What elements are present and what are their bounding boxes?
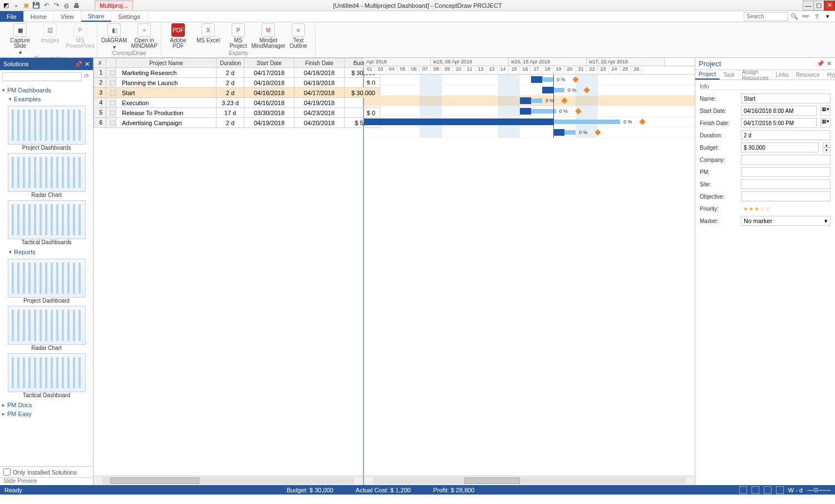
cell-finishdate[interactable]: 04/19/2018 [294, 98, 345, 108]
cell-finishdate[interactable]: 04/17/2018 [294, 88, 345, 98]
view-mode-4-icon[interactable] [776, 486, 784, 494]
cell-duration[interactable]: 17 d [217, 108, 244, 118]
table-row[interactable]: 2⬚Planning the Launch2 d04/18/201804/19/… [94, 78, 380, 88]
cell-startdate[interactable]: 03/30/2018 [244, 108, 294, 118]
project-tab[interactable]: Task [720, 70, 739, 80]
finishdate-field[interactable]: 04/17/2018 5:00 PM [741, 118, 817, 128]
tree-pm-easy[interactable]: ▸PM Easy [2, 409, 91, 418]
date-picker-button[interactable]: ▦▾ [821, 118, 831, 128]
project-tab[interactable]: Resource [793, 70, 824, 80]
table-row[interactable]: 5⬚Release To Production17 d03/30/201804/… [94, 108, 380, 118]
view-mode-2-icon[interactable] [752, 486, 759, 494]
qat-open-icon[interactable]: ▣ [22, 2, 30, 9]
cell-name[interactable]: Execution [116, 98, 217, 108]
tree-pm-dashboards[interactable]: ▾PM Dashboards [2, 86, 91, 95]
close-panel-icon[interactable]: ✕ [85, 61, 90, 68]
tab-home[interactable]: Home [24, 11, 54, 22]
pm-field[interactable] [741, 167, 831, 177]
capture-slide-button[interactable]: ▦Capture Slide▾ [7, 23, 33, 56]
adobe-pdf-button[interactable]: PDFAdobe PDF [165, 23, 191, 49]
view-mode-3-icon[interactable] [764, 486, 772, 494]
chevron-down-icon[interactable]: ▾ [823, 12, 833, 22]
startdate-field[interactable]: 04/16/2018 8:00 AM [741, 106, 817, 116]
tab-share[interactable]: Share [81, 11, 111, 22]
horizontal-scrollbar[interactable] [94, 476, 695, 485]
table-row[interactable]: 4⬚Execution3.23 d04/16/201804/19/2018$ 1 [94, 98, 380, 108]
solutions-search-input[interactable] [2, 72, 82, 81]
table-row[interactable]: 6⬚Advertising Campaign2 d04/19/201804/20… [94, 118, 380, 128]
qat-new-icon[interactable]: ▫ [12, 2, 20, 9]
close-panel-icon[interactable]: ✕ [827, 60, 832, 67]
cell-duration[interactable]: 2 d [217, 88, 244, 98]
cell-finishdate[interactable]: 04/20/2018 [294, 118, 345, 128]
diagram-button[interactable]: ◧DIAGRAM▾ [101, 23, 127, 50]
report-thumbnail[interactable] [8, 259, 86, 298]
site-field[interactable] [741, 179, 831, 189]
gantt-bar[interactable]: 0 % [364, 118, 620, 125]
cell-finishdate[interactable]: 04/23/2018 [294, 108, 345, 118]
col-icon[interactable] [106, 58, 116, 68]
only-installed-checkbox[interactable] [3, 468, 11, 476]
search-input[interactable] [744, 12, 788, 21]
gantt-chart[interactable]: Apr 2018w15, 08 Apr 2018w16, 15 Apr 2018… [364, 58, 695, 476]
qat-redo-icon[interactable]: ↷ [52, 2, 60, 9]
name-field[interactable]: Start [741, 93, 831, 103]
spin-up-icon[interactable]: ▴ [823, 142, 831, 147]
pin-icon[interactable]: 📌 [75, 61, 82, 68]
binoculars-icon[interactable]: 👓 [800, 12, 811, 22]
tree-examples[interactable]: ▾Examples [2, 95, 91, 103]
zoom-slider[interactable]: —⊙—— [807, 486, 831, 493]
marker-dropdown[interactable]: No marker▾ [741, 216, 831, 226]
priority-stars[interactable]: ★★★☆☆ [741, 204, 831, 214]
cell-finishdate[interactable]: 04/19/2018 [294, 78, 345, 88]
cell-startdate[interactable]: 04/17/2018 [244, 68, 294, 78]
tree-pm-docs[interactable]: ▸PM Docs [2, 401, 91, 409]
gantt-bar[interactable]: 0 % [531, 76, 553, 83]
tab-view[interactable]: View [54, 11, 81, 22]
objective-field[interactable] [741, 191, 831, 201]
example-thumbnail[interactable] [8, 200, 86, 239]
report-thumbnail[interactable] [8, 306, 86, 345]
cell-name[interactable]: Planning the Launch [116, 78, 217, 88]
company-field[interactable] [741, 155, 831, 165]
project-tab[interactable]: Hypernote [824, 70, 835, 80]
mindjet-button[interactable]: MMindjet MindManager [255, 23, 282, 49]
gantt-bar[interactable]: 0 % [520, 97, 542, 104]
cell-name[interactable]: Marketing Research [116, 68, 217, 78]
example-thumbnail[interactable] [8, 153, 86, 192]
date-picker-button[interactable]: ▦▾ [821, 106, 831, 116]
text-outline-button[interactable]: ≡Text Outline [285, 23, 312, 49]
col-index[interactable]: # [94, 58, 106, 68]
help-icon[interactable]: ? [812, 12, 822, 22]
gantt-bar[interactable]: 0 % [553, 129, 576, 136]
cell-startdate[interactable]: 04/16/2018 [244, 88, 294, 98]
tab-file[interactable]: File [0, 11, 24, 22]
example-thumbnail[interactable] [8, 106, 86, 145]
col-duration[interactable]: Duration [217, 58, 244, 68]
cell-name[interactable]: Start [116, 88, 217, 98]
cell-finishdate[interactable]: 04/18/2018 [294, 68, 345, 78]
table-row[interactable]: 1⬚Marketing Research2 d04/17/201804/18/2… [94, 68, 380, 78]
search-icon[interactable]: 🔍 [789, 12, 799, 22]
col-finish-date[interactable]: Finish Date [294, 58, 345, 68]
qat-save-icon[interactable]: 💾 [32, 2, 40, 9]
cell-startdate[interactable]: 04/18/2018 [244, 78, 294, 88]
cell-duration[interactable]: 2 d [217, 118, 244, 128]
document-tab[interactable]: Multiproj... [95, 1, 133, 10]
col-project-name[interactable]: Project Name [116, 58, 217, 68]
images-button[interactable]: 🖼Images [37, 23, 63, 43]
cell-startdate[interactable]: 04/19/2018 [244, 118, 294, 128]
cell-duration[interactable]: 2 d [217, 68, 244, 78]
tree-reports[interactable]: ▾Reports [2, 248, 91, 256]
project-tab[interactable]: Project [695, 70, 720, 80]
open-mindmap-button[interactable]: ✶Open in MINDMAP [131, 23, 158, 49]
project-tab[interactable]: Links [772, 70, 792, 80]
table-row[interactable]: 3⬚Start2 d04/16/201804/17/2018$ 30,000 [94, 88, 380, 98]
qat-printpreview-icon[interactable]: 🖶 [72, 2, 80, 9]
tab-settings[interactable]: Settings [111, 11, 148, 22]
col-start-date[interactable]: Start Date [244, 58, 294, 68]
project-tab[interactable]: Assign Resources [739, 70, 773, 80]
cell-duration[interactable]: 3.23 d [217, 98, 244, 108]
qat-undo-icon[interactable]: ↶ [42, 2, 50, 9]
gantt-bar[interactable]: 0 % [520, 108, 556, 115]
